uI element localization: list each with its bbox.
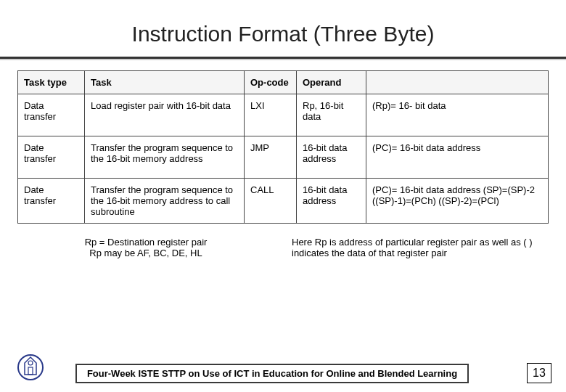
th-notes — [366, 71, 549, 94]
cell-task-type: Date transfer — [18, 136, 85, 179]
table-row: Date transfer Transfer the program seque… — [18, 179, 549, 224]
cell-notes: (PC)= 16-bit data address — [366, 136, 549, 179]
th-task-type: Task type — [18, 71, 85, 94]
cell-opcode: LXI — [245, 94, 297, 136]
cell-task-type: Data transfer — [18, 94, 85, 136]
page-number: 13 — [527, 363, 551, 383]
instruction-table: Task type Task Op-code Operand Data tran… — [17, 70, 549, 224]
th-opcode: Op-code — [245, 71, 297, 94]
th-task: Task — [85, 71, 245, 94]
cell-notes: (PC)= 16-bit data address (SP)=(SP)-2 ((… — [366, 179, 549, 224]
cell-opcode: CALL — [245, 179, 297, 224]
title-underline — [0, 57, 566, 60]
svg-rect-1 — [28, 367, 33, 375]
cell-opcode: JMP — [245, 136, 297, 179]
notes-left: Rp = Destination register pair Rp may be… — [29, 237, 263, 258]
notes-left-line1: Rp = Destination register pair — [29, 237, 263, 248]
svg-point-2 — [28, 361, 33, 365]
cell-operand: Rp, 16-bit data — [297, 94, 366, 136]
notes-row: Rp = Destination register pair Rp may be… — [29, 237, 537, 258]
footer-text: Four-Week ISTE STTP on Use of ICT in Edu… — [75, 364, 469, 383]
footer: Four-Week ISTE STTP on Use of ICT in Edu… — [0, 351, 566, 383]
cell-task: Load register pair with 16-bit data — [85, 94, 245, 136]
cell-operand: 16-bit data address — [297, 179, 366, 224]
table-row: Data transfer Load register pair with 16… — [18, 94, 549, 136]
slide-title: Instruction Format (Three Byte) — [0, 0, 566, 57]
cell-operand: 16-bit data address — [297, 136, 366, 179]
cell-task-type: Date transfer — [18, 179, 85, 224]
notes-right: Here Rp is address of particular registe… — [292, 237, 537, 258]
cell-task: Transfer the program sequence to the 16-… — [85, 179, 245, 224]
cell-task: Transfer the program sequence to the 16-… — [85, 136, 245, 179]
institution-logo-icon — [15, 351, 46, 383]
cell-notes: (Rp)= 16- bit data — [366, 94, 549, 136]
table-header-row: Task type Task Op-code Operand — [18, 71, 549, 94]
notes-left-line2: Rp may be AF, BC, DE, HL — [29, 248, 263, 258]
table-row: Date transfer Transfer the program seque… — [18, 136, 549, 179]
th-operand: Operand — [297, 71, 366, 94]
